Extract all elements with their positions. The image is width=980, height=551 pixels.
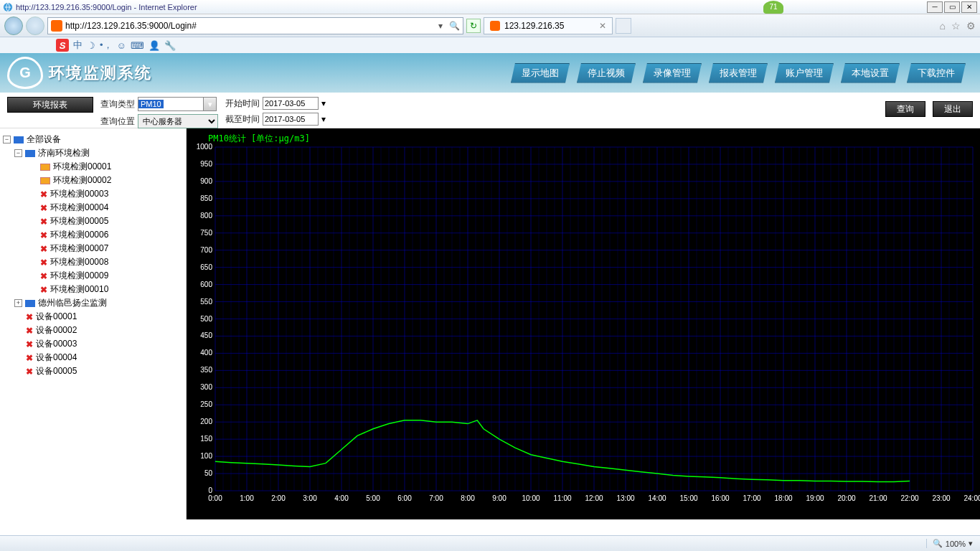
url-field[interactable]: ▾ 🔍 bbox=[47, 17, 463, 34]
end-date-input[interactable] bbox=[263, 113, 319, 126]
moon-icon[interactable]: ☽ bbox=[87, 40, 95, 51]
nav-item-1[interactable]: 停止视频 bbox=[577, 63, 636, 83]
tree-device-0-8[interactable]: ✖环境检测00009 bbox=[3, 269, 183, 283]
favicon-icon bbox=[51, 20, 62, 32]
svg-text:15:00: 15:00 bbox=[679, 494, 697, 502]
tree-loose-device-1[interactable]: ✖设备00002 bbox=[3, 324, 183, 337]
search-icon[interactable]: 🔍 bbox=[449, 21, 460, 31]
svg-text:19:00: 19:00 bbox=[806, 494, 824, 502]
minimize-button[interactable]: ─ bbox=[927, 1, 943, 13]
address-bar: ▾ 🔍 ↻ 123.129.216.35 ✕ ⌂ ☆ ⚙ bbox=[0, 14, 980, 37]
svg-text:1:00: 1:00 bbox=[240, 494, 254, 502]
nav-item-3[interactable]: 报表管理 bbox=[709, 63, 768, 83]
type-select[interactable]: PM10 ▾ bbox=[138, 97, 217, 111]
svg-text:350: 350 bbox=[200, 366, 212, 374]
svg-text:600: 600 bbox=[200, 281, 212, 288]
tree-root[interactable]: −全部设备 bbox=[3, 133, 183, 146]
svg-text:0: 0 bbox=[208, 486, 212, 494]
window-title: http://123.129.216.35:9000/Login - Inter… bbox=[16, 3, 763, 11]
tree-device-0-0[interactable]: 环境检测00001 bbox=[3, 160, 183, 174]
close-button[interactable]: ✕ bbox=[961, 1, 977, 13]
tree-loose-device-4[interactable]: ✖设备00005 bbox=[3, 364, 183, 378]
chevron-down-icon: ▾ bbox=[203, 98, 216, 110]
url-dropdown-icon[interactable]: ▾ bbox=[435, 21, 446, 31]
tree-loose-device-3[interactable]: ✖设备00004 bbox=[3, 351, 183, 364]
chart-area: PM10统计 [单位:μg/m3] 0501001502002503003504… bbox=[187, 128, 980, 519]
svg-text:550: 550 bbox=[200, 298, 212, 306]
nav-item-6[interactable]: 下载控件 bbox=[907, 63, 966, 83]
svg-text:1000: 1000 bbox=[197, 143, 213, 151]
person-icon[interactable]: 👤 bbox=[149, 40, 160, 51]
tree-device-0-3[interactable]: ✖环境检测00004 bbox=[3, 201, 183, 215]
chevron-down-icon[interactable]: ▾ bbox=[969, 539, 973, 548]
end-date-label: 截至时间 bbox=[225, 113, 260, 126]
tree-device-0-1[interactable]: 环境检测00002 bbox=[3, 174, 183, 187]
home-icon[interactable]: ⌂ bbox=[940, 20, 946, 32]
report-button[interactable]: 环境报表 bbox=[7, 97, 93, 113]
tree-loose-device-2[interactable]: ✖设备00003 bbox=[3, 337, 183, 351]
main-nav: 显示地图停止视频录像管理报表管理账户管理本地设置下载控件 bbox=[511, 63, 980, 83]
nav-item-2[interactable]: 录像管理 bbox=[643, 63, 702, 83]
filter-bar: 环境报表 查询类型 PM10 ▾ 查询位置 中心服务器 开始时间 ▾ 截至时间 … bbox=[0, 93, 980, 128]
favorites-icon[interactable]: ☆ bbox=[951, 20, 961, 32]
tree-device-0-9[interactable]: ✖环境检测00010 bbox=[3, 283, 183, 296]
svg-text:12:00: 12:00 bbox=[585, 494, 603, 502]
tree-device-0-5[interactable]: ✖环境检测00006 bbox=[3, 228, 183, 242]
svg-text:22:00: 22:00 bbox=[900, 494, 918, 502]
svg-text:16:00: 16:00 bbox=[711, 494, 729, 502]
svg-text:400: 400 bbox=[200, 349, 212, 357]
tools-icon[interactable]: ⚙ bbox=[966, 20, 976, 32]
svg-text:800: 800 bbox=[200, 212, 212, 220]
svg-text:4:00: 4:00 bbox=[334, 494, 349, 502]
tree-group-1[interactable]: +德州临邑扬尘监测 bbox=[3, 296, 183, 310]
svg-text:3:00: 3:00 bbox=[303, 494, 317, 502]
browser-tab[interactable]: 123.129.216.35 ✕ bbox=[484, 17, 613, 34]
tree-device-0-4[interactable]: ✖环境检测00005 bbox=[3, 215, 183, 228]
tree-device-0-2[interactable]: ✖环境检测00003 bbox=[3, 187, 183, 201]
svg-text:14:00: 14:00 bbox=[648, 494, 666, 502]
type-label: 查询类型 bbox=[100, 98, 135, 110]
nav-item-4[interactable]: 账户管理 bbox=[775, 63, 834, 83]
svg-text:5:00: 5:00 bbox=[366, 494, 380, 502]
maximize-button[interactable]: ▭ bbox=[944, 1, 960, 13]
tree-device-0-6[interactable]: ✖环境检测00007 bbox=[3, 242, 183, 255]
svg-text:50: 50 bbox=[204, 469, 213, 477]
nav-item-0[interactable]: 显示地图 bbox=[511, 63, 570, 83]
url-input[interactable] bbox=[65, 21, 432, 31]
query-button[interactable]: 查询 bbox=[885, 101, 925, 117]
pm10-chart: 0501001502002503003504004505005506006507… bbox=[187, 128, 980, 519]
comma-icon[interactable]: •， bbox=[100, 39, 113, 52]
sogou-icon[interactable]: S bbox=[56, 39, 69, 52]
start-date-input[interactable] bbox=[263, 97, 319, 110]
svg-text:150: 150 bbox=[200, 435, 212, 443]
back-button[interactable] bbox=[4, 17, 23, 35]
tree-group-0[interactable]: −济南环境检测 bbox=[3, 146, 183, 160]
location-select[interactable]: 中心服务器 bbox=[138, 114, 218, 128]
app-header: G 环境监测系统 显示地图停止视频录像管理报表管理账户管理本地设置下载控件 bbox=[0, 53, 980, 93]
ime-mode[interactable]: 中 bbox=[73, 39, 83, 52]
svg-text:950: 950 bbox=[200, 160, 212, 168]
ie-icon bbox=[3, 2, 13, 12]
svg-text:750: 750 bbox=[200, 229, 212, 237]
chevron-down-icon[interactable]: ▾ bbox=[321, 114, 326, 124]
app-title: 环境监测系统 bbox=[49, 62, 152, 84]
new-tab-button[interactable] bbox=[616, 18, 631, 34]
tree-device-0-7[interactable]: ✖环境检测00008 bbox=[3, 255, 183, 269]
keyboard-icon[interactable]: ⌨ bbox=[131, 40, 144, 51]
refresh-button[interactable]: ↻ bbox=[466, 19, 481, 33]
nav-item-5[interactable]: 本地设置 bbox=[841, 63, 900, 83]
zoom-icon: 🔍 bbox=[933, 539, 943, 548]
tab-label: 123.129.216.35 bbox=[504, 21, 564, 31]
svg-text:18:00: 18:00 bbox=[774, 494, 792, 502]
zoom-control[interactable]: 🔍 100% ▾ bbox=[926, 539, 973, 548]
svg-text:850: 850 bbox=[200, 194, 212, 202]
wrench-icon[interactable]: 🔧 bbox=[164, 40, 176, 51]
smiley-icon[interactable]: ☺ bbox=[117, 40, 126, 51]
tab-close-icon[interactable]: ✕ bbox=[599, 21, 606, 31]
chevron-down-icon[interactable]: ▾ bbox=[321, 98, 326, 108]
tree-loose-device-0[interactable]: ✖设备00001 bbox=[3, 310, 183, 324]
forward-button[interactable] bbox=[26, 17, 44, 35]
exit-button[interactable]: 退出 bbox=[933, 101, 973, 117]
svg-text:650: 650 bbox=[200, 263, 212, 271]
svg-text:6:00: 6:00 bbox=[397, 494, 412, 502]
